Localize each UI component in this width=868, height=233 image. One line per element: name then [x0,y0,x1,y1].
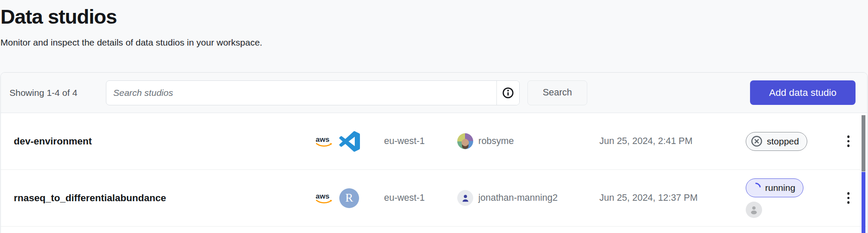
search-info-button[interactable] [496,81,519,105]
region-label: eu-west-1 [384,193,457,203]
data-studios-page: Data studios Monitor and inspect the det… [0,0,868,233]
search-button[interactable]: Search [527,80,587,105]
studios-table-card: Showing 1-4 of 4 Search Add data studio … [0,72,868,233]
search-input-group [106,80,520,105]
aws-icon: aws [315,192,335,205]
page-subtitle: Monitor and inspect the details of data … [0,37,868,48]
info-icon [502,87,514,99]
generic-user-icon [460,193,471,204]
showing-count-label: Showing 1-4 of 4 [9,88,98,98]
status-cell: running [746,178,838,218]
scrollbar-thumb[interactable] [862,115,865,172]
created-date: Jun 25, 2024, 2:41 PM [599,136,746,147]
table-row[interactable]: dev-environment aws eu-west-1 robsyme Ju… [1,113,867,170]
session-user-avatar [746,202,762,218]
status-cell: stopped [746,132,838,151]
studio-name-link[interactable]: dev-environment [14,136,315,147]
user-cell: jonathan-manning2 [457,190,599,206]
search-input[interactable] [106,81,496,105]
svg-text:aws: aws [316,135,329,144]
vscode-icon [339,131,360,152]
generic-user-icon [748,204,760,216]
circle-x-icon [751,135,763,147]
user-name: jonathan-manning2 [478,193,558,203]
user-name: robsyme [478,136,514,147]
region-label: eu-west-1 [384,136,457,147]
scrollbar-thumb-active[interactable] [862,172,865,233]
compute-env-icons: aws R [315,188,384,208]
row-menu-button[interactable] [845,190,852,206]
spinner-icon [749,181,763,194]
row-menu-button[interactable] [845,133,852,150]
r-icon: R [339,188,359,208]
status-label: stopped [767,136,799,147]
add-data-studio-button[interactable]: Add data studio [750,80,856,105]
studio-name-link[interactable]: rnaseq_to_differentialabundance [14,193,315,204]
svg-text:aws: aws [316,192,329,200]
user-avatar [457,190,473,206]
table-toolbar: Showing 1-4 of 4 Search Add data studio [1,73,867,113]
status-badge: running [746,178,803,197]
aws-icon: aws [315,135,335,148]
compute-env-icons: aws [315,131,384,152]
user-avatar [457,133,473,149]
page-title: Data studios [0,4,868,30]
status-badge: stopped [746,132,807,151]
table-row[interactable]: rnaseq_to_differentialabundance aws R eu… [1,170,867,227]
status-label: running [765,183,795,193]
page-header: Data studios Monitor and inspect the det… [0,0,868,48]
created-date: Jun 25, 2024, 12:37 PM [599,193,746,203]
user-cell: robsyme [457,133,599,149]
